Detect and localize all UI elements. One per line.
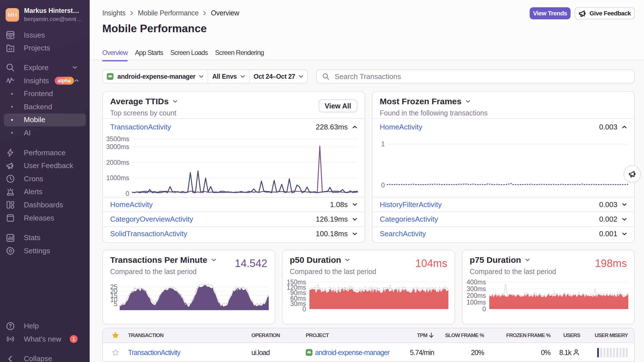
svg-text:100ms: 100ms: [467, 299, 486, 306]
svg-text:0: 0: [126, 190, 129, 197]
svg-text:200ms: 200ms: [467, 292, 486, 299]
svg-text:1: 1: [381, 140, 385, 148]
svg-text:300ms: 300ms: [467, 285, 486, 293]
svg-text:3500ms: 3500ms: [106, 135, 129, 143]
svg-text:400ms: 400ms: [467, 279, 486, 286]
svg-text:0: 0: [381, 182, 385, 189]
svg-text:1000ms: 1000ms: [106, 174, 129, 182]
svg-text:0: 0: [302, 305, 306, 313]
svg-text:5: 5: [114, 300, 117, 308]
svg-text:3000ms: 3000ms: [106, 143, 129, 150]
svg-text:2000ms: 2000ms: [106, 159, 129, 166]
svg-text:0: 0: [482, 305, 486, 313]
